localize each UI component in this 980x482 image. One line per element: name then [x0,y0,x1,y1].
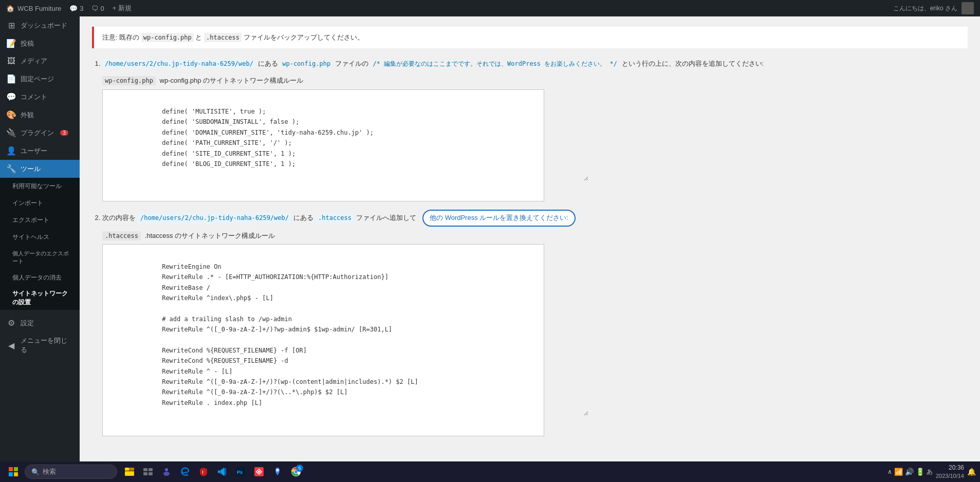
taskbar-app-chrome[interactable]: 5 [288,464,304,480]
content-area: 注意: 既存の wp-config.php と .htaccess ファイルをバ… [80,16,980,461]
taskbar-apps: ! Ps [121,464,304,480]
date-display: 2023/10/14 [936,472,964,480]
sidebar-item-settings[interactable]: ⚙ 設定 [0,314,80,332]
avatar[interactable] [961,2,974,14]
chevron-up-icon[interactable]: ∧ [887,468,892,475]
svg-rect-7 [125,471,134,476]
site-name-link[interactable]: 🏠 WCB Fumiture [6,5,61,12]
sidebar-item-tools[interactable]: 🔧 ツール [0,160,80,178]
close-menu-button[interactable]: ◀ メニューを閉じる [0,332,80,359]
new-post-button[interactable]: + 新規 [113,4,132,13]
sidebar-item-posts[interactable]: 📝 投稿 [0,34,80,52]
time-display: 20:36 [936,464,964,472]
step1-file: wp-config.php [280,59,333,68]
export-label: エクスポート [12,216,49,225]
vscode-icon [217,467,227,477]
submenu-export-personal[interactable]: 個人データのエクスポート [0,246,80,269]
tools-icon: 🔧 [6,164,16,174]
htaccess-code-block[interactable] [102,244,544,436]
step2-line: 次の内容を /home/users/2/chu.jp-tidy-naha-625… [102,210,968,227]
wp-config-code-block[interactable] [102,89,544,201]
tools-submenu: 利用可能なツール インポート エクスポート サイトヘルス 個人データのエクスポー… [0,178,80,310]
taskbar-system-icons: ∧ 📶 🔊 🔋 あ [887,468,933,476]
submenu-export[interactable]: エクスポート [0,212,80,229]
hand-drawn-annotation: . ? [968,194,980,256]
sidebar-label-appearance: 外観 [21,110,34,120]
taskbar-app-git[interactable] [251,464,267,480]
taskbar-right: ∧ 📶 🔊 🔋 あ 20:36 2023/10/14 🔔 [887,464,976,480]
sidebar-item-plugins[interactable]: 🔌 プラグイン 3 [0,124,80,142]
sidebar-item-users[interactable]: 👤 ユーザー [0,142,80,160]
taskbar-app-teams[interactable] [158,464,175,480]
taskbar-app-security[interactable]: ! [195,464,212,480]
taskbar-clock[interactable]: 20:36 2023/10/14 [936,464,964,480]
settings-icon: ⚙ [6,318,16,328]
sidebar-label-posts: 投稿 [21,39,34,48]
step1-item: /home/users/2/chu.jp-tidy-naha-6259/web/… [102,59,968,201]
step2-item: 次の内容を /home/users/2/chu.jp-tidy-naha-625… [102,210,968,436]
comments-icon: 💬 [6,92,16,102]
notification-icon[interactable]: 🔔 [967,468,976,476]
step2-path: /home/users/2/chu.jp-tidy-naha-6259/web/ [138,212,291,224]
users-icon: 👤 [6,146,16,156]
step1-text: /home/users/2/chu.jp-tidy-naha-6259/web/… [102,60,764,67]
plugins-icon: 🔌 [6,128,16,138]
edge-icon [180,467,190,477]
svg-rect-11 [143,472,147,475]
htaccess-textarea[interactable] [162,262,588,416]
wp-config-filename: wp-config.php [102,76,156,85]
photoshop-icon: Ps [235,467,246,477]
submenu-import[interactable]: インポート [0,195,80,212]
start-button[interactable] [4,462,23,481]
new-label: + 新規 [113,4,132,13]
svg-rect-9 [143,468,147,471]
search-placeholder: 検索 [43,467,56,476]
media-icon: 🖼 [6,57,16,66]
taskbar-app-explorer[interactable] [121,464,138,480]
sidebar-label-settings: 設定 [21,319,34,328]
submenu-erase-personal[interactable]: 個人データの消去 [0,269,80,286]
notice-text: 注意: 既存の wp-config.php と .htaccess ファイルをバ… [102,33,364,41]
sidebar-item-appearance[interactable]: 🎨 外観 [0,106,80,124]
messages-count-item[interactable]: 🗨 0 [91,5,104,12]
site-name: WCB Fumiture [17,5,61,12]
svg-rect-5 [14,472,18,476]
taskbar: 🔍 検索 [0,461,980,482]
step2-text1: にある [293,213,313,224]
step1-path: /home/users/2/chu.jp-tidy-naha-6259/web/ [102,59,256,68]
pages-icon: 📄 [6,74,16,84]
sidebar-item-media[interactable]: 🖼 メディア [0,52,80,70]
available-tools-label: 利用可能なツール [12,182,62,191]
submenu-available-tools[interactable]: 利用可能なツール [0,178,80,195]
git-icon [254,467,264,477]
admin-bar-left: 🏠 WCB Fumiture 💬 3 🗨 0 + 新規 [6,4,885,13]
message-icon: 🗨 [91,5,98,12]
taskbar-app-task-view[interactable] [140,464,156,480]
wp-config-title-text: wp-config.php のサイトネットワーク構成ルール [160,77,304,84]
volume-icon: 🔊 [905,468,914,476]
posts-icon: 📝 [6,39,16,48]
taskbar-app-vscode[interactable] [214,464,230,480]
step1-comment: /* 編集が必要なのはここまでです。それでは、WordPress をお楽しみくだ… [370,59,620,68]
sidebar-item-comments[interactable]: 💬 コメント [0,88,80,106]
taskbar-app-photoshop[interactable]: Ps [232,464,249,480]
comments-count: 3 [80,5,83,12]
svg-rect-6 [125,468,129,471]
step2-text2: ファイルへ追加して [356,213,416,224]
comments-count-item[interactable]: 💬 3 [69,5,83,12]
wp-config-section: wp-config.php wp-config.php のサイトネットワーク構成… [102,76,968,201]
teams-icon [161,466,172,477]
taskbar-search[interactable]: 🔍 検索 [25,465,117,479]
htaccess-title: .htaccess .htaccess のサイトネットワーク構成ルール [102,231,968,242]
wp-config-textarea[interactable] [162,106,588,181]
taskbar-app-maps[interactable] [269,464,286,480]
htaccess-section: .htaccess .htaccess のサイトネットワーク構成ルール [102,231,968,436]
sidebar-item-pages[interactable]: 📄 固定ページ [0,70,80,88]
taskbar-app-edge[interactable] [177,464,193,480]
network-icon: 📶 [894,468,903,476]
comment-icon: 💬 [69,5,78,12]
close-menu-label: メニューを閉じる [21,336,73,355]
sidebar-item-dashboard[interactable]: ⊞ ダッシュボード [0,16,80,34]
submenu-network-setup[interactable]: サイトネットワークの設置 [0,286,80,310]
submenu-site-health[interactable]: サイトヘルス [0,229,80,246]
